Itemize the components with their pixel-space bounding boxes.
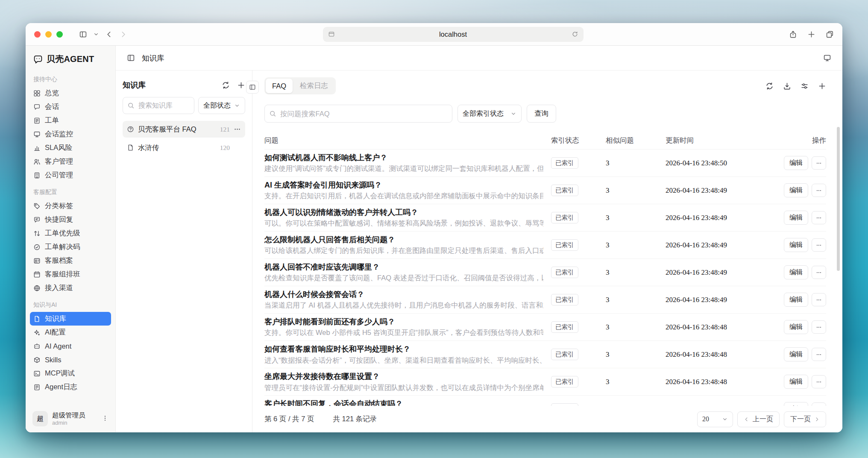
- kb-item-menu-button[interactable]: [234, 126, 241, 133]
- add-faq-button[interactable]: [818, 82, 826, 90]
- sidebar-item[interactable]: SLA风险: [30, 141, 111, 155]
- sidebar-item[interactable]: AI Agent: [30, 339, 111, 353]
- sidebar-item[interactable]: 客服档案: [30, 254, 111, 267]
- add-kb-button[interactable]: [237, 81, 245, 89]
- table-row[interactable]: 如何查看客服首响应时长和平均处理时长？ 进入“数据报表-会话分析”，可按团队、坐…: [264, 341, 826, 368]
- faq-excerpt: 优先检查知识库是否覆盖了该问题、FAQ 表述是否过于口语化、召回阈值是否设得过高…: [264, 273, 543, 282]
- tab[interactable]: 检索日志: [293, 79, 334, 93]
- next-page-button[interactable]: 下一页: [784, 411, 826, 427]
- display-mode-button[interactable]: [823, 54, 831, 62]
- sidebar-item[interactable]: 会话: [30, 100, 111, 114]
- sidebar-item[interactable]: 知识库: [30, 312, 111, 326]
- prev-page-button[interactable]: 上一页: [737, 411, 780, 427]
- edit-button[interactable]: 编辑: [784, 375, 808, 389]
- globe-icon: [33, 285, 41, 292]
- row-menu-button[interactable]: [812, 293, 826, 306]
- kb-item[interactable]: 水浒传 120: [123, 139, 245, 156]
- status-badge: 已索引: [551, 212, 578, 223]
- settings-button[interactable]: [801, 82, 809, 90]
- sidebar-item[interactable]: 工单优先级: [30, 226, 111, 240]
- scrollbar[interactable]: [837, 127, 840, 271]
- edit-button[interactable]: 编辑: [784, 293, 808, 307]
- sidebar-item[interactable]: 分类标签: [30, 199, 111, 213]
- sidebar-item[interactable]: AI配置: [30, 326, 111, 339]
- table-row[interactable]: 如何测试机器人而不影响线上客户？ 建议使用“调试问答”或专门的测试渠道。测试渠道…: [264, 149, 826, 176]
- sidebar-item[interactable]: Agent日志: [30, 380, 111, 394]
- updated-time: 2026-04-16 23:48:49: [666, 186, 771, 195]
- table-row[interactable]: 机器人可以识别情绪激动的客户并转人工吗？ 可以。你可以在策略中配置敏感词、情绪标…: [264, 204, 826, 231]
- edit-button[interactable]: 编辑: [784, 265, 808, 279]
- download-button[interactable]: [783, 82, 791, 90]
- sidebar-item[interactable]: 总览: [30, 86, 111, 100]
- index-status-select[interactable]: 全部索引状态: [457, 105, 522, 123]
- close-button[interactable]: [34, 31, 41, 38]
- sidebar-item[interactable]: MCP调试: [30, 367, 111, 380]
- panel-toggle-button[interactable]: [127, 54, 135, 62]
- row-menu-button[interactable]: [812, 156, 826, 170]
- reload-button[interactable]: [572, 31, 578, 38]
- sidebar-item[interactable]: Skills: [30, 353, 111, 367]
- status-cell: 已索引: [551, 185, 606, 196]
- forward-button[interactable]: [119, 30, 127, 38]
- sidebar-item[interactable]: 快捷回复: [30, 213, 111, 226]
- zoom-button[interactable]: [56, 31, 63, 38]
- row-menu-button[interactable]: [812, 238, 826, 252]
- tab-group-chooser[interactable]: [93, 31, 99, 37]
- panel-toggle-icon: [127, 54, 135, 62]
- page-size-select[interactable]: 20: [697, 411, 733, 427]
- edit-button[interactable]: 编辑: [784, 347, 808, 361]
- browser-sidebar-button[interactable]: [79, 30, 87, 38]
- kb-item[interactable]: 贝壳客服平台 FAQ 121: [123, 121, 245, 138]
- ellipsis-icon: [816, 215, 822, 221]
- minimize-button[interactable]: [45, 31, 52, 38]
- table-row[interactable]: 机器人回答不准时应该先调哪里？ 优先检查知识库是否覆盖了该问题、FAQ 表述是否…: [264, 258, 826, 286]
- tab[interactable]: FAQ: [266, 79, 293, 93]
- kb-status-select[interactable]: 全部状态: [198, 97, 245, 114]
- user-options-button[interactable]: [102, 415, 108, 423]
- sidebar-item[interactable]: 接入渠道: [30, 281, 111, 295]
- table-row[interactable]: 客户长时间不回复，会话会自动结束吗？ 可以。在“接待设置-会话规则”里可配置无响…: [264, 395, 826, 406]
- edit-button[interactable]: 编辑: [784, 211, 808, 225]
- row-menu-button[interactable]: [812, 266, 826, 279]
- sidebar-item-label: 工单解决码: [45, 242, 80, 252]
- sidebar-item[interactable]: 客服组排班: [30, 267, 111, 281]
- refresh-faq-button[interactable]: [765, 82, 774, 90]
- sidebar-item-label: 客服档案: [45, 256, 73, 265]
- row-menu-button[interactable]: [812, 402, 826, 406]
- edit-button[interactable]: 编辑: [784, 320, 808, 334]
- share-button[interactable]: [789, 30, 797, 38]
- actions-cell: 编辑: [771, 375, 826, 389]
- row-menu-button[interactable]: [812, 375, 826, 388]
- tab-overview-button[interactable]: [826, 30, 834, 38]
- edit-button[interactable]: 编辑: [784, 238, 808, 252]
- collapse-panel-button[interactable]: [246, 81, 259, 94]
- sidebar-item[interactable]: 工单: [30, 114, 111, 127]
- sidebar-item[interactable]: 会话监控: [30, 127, 111, 141]
- row-menu-button[interactable]: [812, 184, 826, 197]
- user-menu[interactable]: 超 超级管理员 admin: [30, 408, 111, 427]
- updated-time: 2026-04-16 23:48:49: [666, 268, 771, 277]
- sidebar-item[interactable]: 工单解决码: [30, 240, 111, 254]
- edit-button[interactable]: 编辑: [784, 156, 808, 170]
- back-button[interactable]: [105, 30, 113, 38]
- sidebar-item[interactable]: 客户管理: [30, 155, 111, 168]
- table-row[interactable]: 客户排队时能看到前面还有多少人吗？ 支持。你可以在 Web 小部件或 H5 咨询…: [264, 313, 826, 341]
- table-row[interactable]: 坐席最大并发接待数在哪里设置？ 管理员可在“接待设置-分配规则”中设置团队默认并…: [264, 368, 826, 395]
- edit-button[interactable]: 编辑: [784, 402, 808, 406]
- new-tab-button[interactable]: [807, 30, 815, 38]
- sidebar-item-label: AI Agent: [45, 342, 71, 350]
- faq-search-input[interactable]: [264, 105, 452, 123]
- address-bar[interactable]: localhost: [323, 27, 584, 42]
- table-row[interactable]: AI 生成答案时会引用知识来源吗？ 支持。在开启知识引用后，机器人会在调试信息或…: [264, 176, 826, 204]
- col-header-actions: 操作: [771, 136, 826, 145]
- table-row[interactable]: 怎么限制机器人只回答售后相关问题？ 可以给该机器人绑定专门的售后知识库，并在意图…: [264, 231, 826, 258]
- monitor-icon: [823, 54, 831, 62]
- query-button[interactable]: 查询: [527, 105, 556, 123]
- sidebar-item[interactable]: 公司管理: [30, 168, 111, 182]
- refresh-kb-button[interactable]: [222, 81, 230, 89]
- row-menu-button[interactable]: [812, 348, 826, 361]
- row-menu-button[interactable]: [812, 320, 826, 334]
- row-menu-button[interactable]: [812, 211, 826, 224]
- edit-button[interactable]: 编辑: [784, 183, 808, 197]
- table-row[interactable]: 机器人什么时候会接管会话？ 当渠道启用了 AI 机器人且机器人优先接待时，且用户…: [264, 286, 826, 313]
